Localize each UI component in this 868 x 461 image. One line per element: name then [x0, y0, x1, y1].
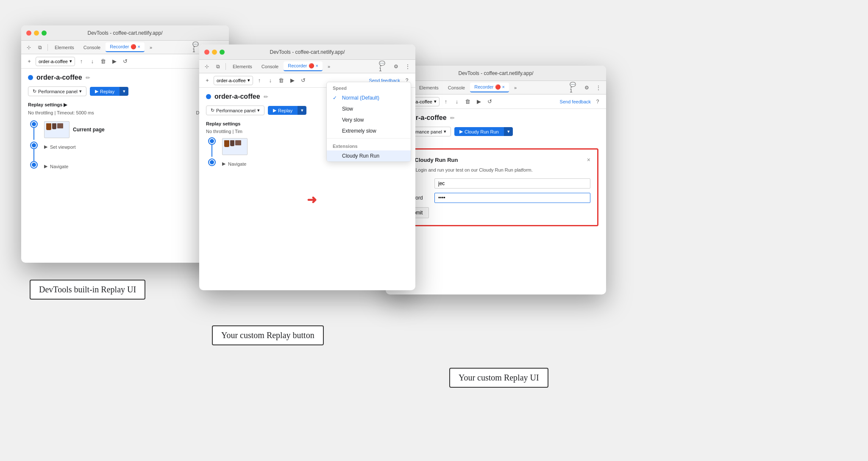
chat-icon-2[interactable]: 💬 1 [379, 61, 389, 72]
tl-step-label-nav-2: Navigate [228, 161, 246, 167]
toolbar-3: + order-a-coffee ▾ ↑ ↓ 🗑 ▶ ↺ Send feedba… [386, 94, 606, 109]
minimize-button[interactable] [34, 31, 39, 36]
tab-more-2[interactable]: » [323, 62, 334, 71]
trash-icon-3[interactable]: 🗑 [463, 97, 473, 106]
traffic-lights-2 [204, 50, 225, 55]
upload-icon-2[interactable]: ↑ [255, 76, 264, 85]
tab-recorder-3[interactable]: Recorder 🔴 × [470, 83, 509, 92]
layers-icon[interactable]: ⧉ [35, 42, 45, 53]
question-icon-3[interactable]: ? [593, 97, 603, 107]
tl-node-cp [31, 121, 37, 127]
cursor-icon-2[interactable]: ⊹ [202, 61, 212, 72]
download-icon-3[interactable]: ↓ [452, 97, 462, 106]
title-bar-3: DevTools - coffee-cart.netlify.app/ [386, 66, 606, 81]
undo-icon-3[interactable]: ↺ [485, 97, 495, 106]
speed-very-slow-label: Very slow [342, 117, 364, 123]
close-button[interactable] [26, 31, 31, 36]
perf-panel-button-2[interactable]: ↻ Performance panel ▾ [206, 106, 264, 115]
plus-icon-2[interactable]: + [203, 76, 212, 85]
tab-more-3[interactable]: » [510, 83, 521, 92]
tab-elements-3[interactable]: Elements [415, 83, 443, 92]
tab-more[interactable]: » [145, 43, 156, 52]
replay-label-1: Replay [100, 89, 114, 94]
tab-console-3[interactable]: Console [444, 83, 469, 92]
replay-button-1: ▶ Replay ▾ [90, 87, 128, 96]
cursor-icon[interactable]: ⊹ [24, 42, 34, 53]
tl-item-set-viewport: ▶ Set viewport [28, 142, 222, 161]
minimize-button-2[interactable] [212, 50, 217, 55]
edit-icon-2[interactable]: ✏ [264, 94, 268, 100]
recording-select-2[interactable]: order-a-coffee ▾ [214, 76, 253, 85]
tl-left-cp-2 [206, 137, 218, 157]
devtools-tabs-1: ⊹ ⧉ Elements Console Recorder 🔴 × » 💬 1 … [21, 41, 229, 54]
cloudy-run-label: Cloudy Run Run [465, 129, 499, 134]
dialog-description: Demo: Login and run your test on our Clo… [401, 167, 590, 172]
settings-values-row-1: No throttling | Timeout: 5000 ms Desktop… [28, 110, 222, 115]
perf-label-1: Performance panel [38, 89, 78, 94]
play-icon-1[interactable]: ▶ [110, 57, 119, 66]
speed-extremely-slow-item[interactable]: Extremely slow [327, 125, 411, 136]
recording-select-label-1: order-a-coffee [39, 59, 68, 64]
trash-icon-2[interactable]: 🗑 [277, 76, 286, 85]
check-icon: ✓ [333, 95, 339, 101]
tab-elements[interactable]: Elements [50, 43, 78, 52]
replay-dropdown-button-1[interactable]: ▾ [120, 87, 128, 96]
edit-icon-3[interactable]: ✏ [450, 115, 455, 121]
download-icon-2[interactable]: ↓ [266, 76, 275, 85]
replay-main-button-2[interactable]: ▶ Replay [268, 106, 298, 115]
recording-select-1[interactable]: order-a-coffee ▾ [36, 57, 75, 66]
undo-icon-2[interactable]: ↺ [299, 76, 308, 85]
tl-left-sv [28, 142, 40, 161]
plus-icon-1[interactable]: + [25, 57, 34, 66]
layers-icon-2[interactable]: ⧉ [213, 61, 223, 72]
perf-panel-button-1[interactable]: ↻ Performance panel ▾ [28, 86, 86, 96]
maximize-button-2[interactable] [220, 50, 225, 55]
download-icon-1[interactable]: ↓ [88, 57, 97, 66]
send-feedback-3[interactable]: Send feedback [560, 99, 591, 104]
speed-very-slow-item[interactable]: Very slow [327, 114, 411, 125]
tab-recorder[interactable]: Recorder 🔴 × [106, 42, 145, 52]
chat-icon-3[interactable]: 💬 1 [570, 83, 580, 93]
password-input[interactable] [434, 193, 590, 203]
menu-icon-2[interactable]: ⋮ [403, 61, 413, 72]
undo-icon-1[interactable]: ↺ [121, 57, 130, 66]
maximize-button[interactable] [42, 31, 47, 36]
tab-recorder-2[interactable]: Recorder 🔴 × [284, 61, 323, 71]
replay-main-button-1[interactable]: ▶ Replay [90, 87, 120, 96]
recording-title-row-1: order-a-coffee ✏ [28, 74, 222, 81]
extensions-section-label: Extensions [327, 140, 411, 150]
play-icon-3[interactable]: ▶ [474, 97, 484, 106]
devtools-window-1: DevTools - coffee-cart.netlify.app/ ⊹ ⧉ … [21, 25, 229, 263]
window-title-1: DevTools - coffee-cart.netlify.app/ [88, 30, 163, 36]
speed-normal-item[interactable]: ✓ Normal (Default) [327, 92, 411, 103]
upload-icon-1[interactable]: ↑ [77, 57, 86, 66]
tl-step-sv[interactable]: ▶ Set viewport [44, 142, 222, 152]
edit-icon-1[interactable]: ✏ [86, 75, 90, 81]
tab-console[interactable]: Console [79, 43, 105, 52]
tl-step-nav[interactable]: ▶ Navigate [44, 161, 222, 172]
gear-icon-2[interactable]: ⚙ [391, 61, 401, 72]
replay-play-icon-2: ▶ [273, 108, 276, 113]
name-input[interactable] [434, 178, 590, 189]
action-row-1: ↻ Performance panel ▾ ▶ Replay ▾ [28, 86, 222, 96]
tl-left-nav-2 [206, 158, 218, 165]
trash-icon-1[interactable]: 🗑 [99, 57, 108, 66]
replay-dropdown-button-2[interactable]: ▾ [298, 106, 306, 115]
cloudy-run-run-item[interactable]: Cloudy Run Run [327, 150, 411, 161]
gear-icon-3[interactable]: ⚙ [581, 83, 592, 93]
speed-slow-item[interactable]: Slow [327, 103, 411, 114]
devtools-tabs-3: ⊹ ⧉ Elements Console Recorder 🔴 × » 💬 1 … [386, 81, 606, 94]
dialog-close-button[interactable]: × [587, 156, 590, 163]
cloudy-dropdown-button[interactable]: ▾ [504, 127, 513, 136]
cup2-2 [230, 140, 234, 146]
cloudy-run-main-button[interactable]: ▶ Cloudy Run Run [454, 127, 504, 136]
menu-icon-3[interactable]: ⋮ [593, 83, 604, 93]
play-icon-2[interactable]: ▶ [288, 76, 297, 85]
tl-step-arrow-nav: ▶ [44, 164, 47, 169]
tab-elements-2[interactable]: Elements [228, 62, 256, 71]
tab-console-2[interactable]: Console [257, 62, 283, 71]
tl-item-current-page: Current page [28, 120, 222, 142]
close-button-2[interactable] [204, 50, 209, 55]
dialog-title-text: ⚙ Cloudy Run Run [408, 157, 458, 163]
upload-icon-3[interactable]: ↑ [441, 97, 451, 106]
